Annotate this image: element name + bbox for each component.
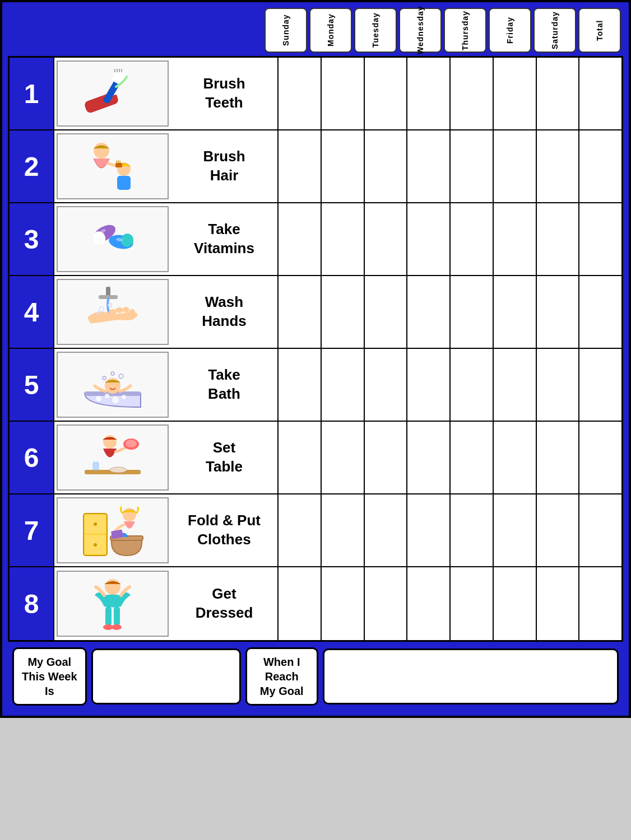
day-cell-row4-col6[interactable]: [494, 276, 537, 348]
chore-info-2: BrushHair: [54, 130, 279, 202]
day-cell-row5-col5[interactable]: [451, 349, 494, 421]
day-cells-row-3: [279, 203, 621, 275]
day-cell-row2-col6[interactable]: [494, 130, 537, 202]
day-cell-row1-col1[interactable]: [279, 58, 322, 129]
day-cell-row7-col3[interactable]: [365, 494, 408, 566]
day-cell-row2-col2[interactable]: [322, 130, 365, 202]
svg-point-59: [112, 624, 122, 630]
svg-point-36: [122, 395, 126, 399]
chore-image-1: [57, 60, 169, 127]
chore-row-5: 5 TakeBath: [10, 349, 621, 422]
day-cell-row8-col8[interactable]: [579, 567, 621, 640]
day-cell-row7-col5[interactable]: [451, 494, 494, 566]
day-cell-row4-col7[interactable]: [537, 276, 580, 348]
day-cell-row3-col1[interactable]: [279, 203, 322, 275]
day-cell-row1-col4[interactable]: [407, 58, 451, 129]
day-cell-row2-col4[interactable]: [407, 130, 451, 202]
svg-point-35: [112, 396, 119, 403]
day-cell-row2-col8[interactable]: [579, 130, 621, 202]
day-cell-row1-col6[interactable]: [494, 58, 537, 129]
svg-point-26: [115, 307, 123, 313]
day-cell-row2-col7[interactable]: [537, 130, 580, 202]
row-number-3: 3: [10, 203, 54, 275]
day-cell-row7-col1[interactable]: [279, 494, 322, 566]
day-cell-row8-col5[interactable]: [451, 567, 494, 640]
day-cell-row3-col7[interactable]: [537, 203, 580, 275]
day-cell-row1-col8[interactable]: [579, 58, 621, 129]
day-cell-row2-col3[interactable]: [365, 130, 408, 202]
svg-point-46: [110, 467, 127, 473]
goal-input-box[interactable]: [91, 648, 241, 704]
day-cell-row6-col2[interactable]: [322, 422, 365, 493]
svg-point-33: [96, 396, 101, 402]
day-cell-row4-col2[interactable]: [322, 276, 365, 348]
day-cell-row3-col6[interactable]: [494, 203, 537, 275]
day-cell-row7-col6[interactable]: [494, 494, 537, 566]
day-cell-row8-col6[interactable]: [494, 567, 537, 640]
chore-info-8: GetDressed: [54, 567, 279, 640]
chore-info-3: TakeVitamins: [54, 203, 279, 275]
day-cell-row6-col3[interactable]: [365, 422, 408, 493]
day-cell-row3-col2[interactable]: [322, 203, 365, 275]
chore-image-8: [57, 571, 169, 637]
day-cell-row7-col7[interactable]: [537, 494, 580, 566]
svg-point-38: [103, 376, 106, 380]
svg-point-34: [105, 394, 109, 398]
day-cell-row2-col5[interactable]: [451, 130, 494, 202]
day-cell-row5-col4[interactable]: [407, 349, 451, 421]
row-number-1: 1: [10, 58, 54, 129]
day-header-monday: Monday: [309, 8, 352, 53]
day-cells-row-7: [279, 494, 621, 566]
day-cell-row5-col8[interactable]: [579, 349, 621, 421]
day-cell-row6-col6[interactable]: [494, 422, 537, 493]
row-number-5: 5: [10, 349, 54, 421]
svg-rect-13: [115, 163, 122, 167]
day-cell-row1-col7[interactable]: [537, 58, 580, 129]
day-cell-row6-col4[interactable]: [407, 422, 451, 493]
day-cell-row3-col5[interactable]: [451, 203, 494, 275]
day-cell-row3-col3[interactable]: [365, 203, 408, 275]
day-cell-row5-col6[interactable]: [494, 349, 537, 421]
row-number-4: 4: [10, 276, 54, 348]
day-cell-row8-col2[interactable]: [322, 567, 365, 640]
day-cell-row7-col2[interactable]: [322, 494, 365, 566]
chore-name-5: TakeBath: [173, 366, 275, 404]
chore-row-6: 6 SetTable: [10, 422, 621, 494]
chore-name-6: SetTable: [173, 438, 275, 477]
day-cell-row4-col4[interactable]: [407, 276, 451, 348]
day-cell-row1-col2[interactable]: [322, 58, 365, 129]
reward-input-box[interactable]: [323, 648, 619, 704]
chore-name-1: BrushTeeth: [173, 74, 275, 113]
chore-table: 1 BrushTeeth2 BrushHair3: [8, 56, 623, 642]
svg-rect-11: [117, 176, 131, 190]
row-number-2: 2: [10, 130, 54, 202]
day-cell-row4-col5[interactable]: [451, 276, 494, 348]
day-cell-row4-col8[interactable]: [579, 276, 621, 348]
day-cell-row6-col8[interactable]: [579, 422, 621, 493]
day-cell-row8-col3[interactable]: [365, 567, 408, 640]
day-cell-row7-col4[interactable]: [407, 494, 451, 566]
chore-name-7: Fold & PutClothes: [173, 511, 275, 549]
day-cell-row8-col7[interactable]: [537, 567, 580, 640]
day-cell-row2-col1[interactable]: [279, 130, 322, 202]
day-cell-row6-col1[interactable]: [279, 422, 322, 493]
day-cell-row7-col8[interactable]: [579, 494, 621, 566]
day-cell-row6-col5[interactable]: [451, 422, 494, 493]
svg-point-29: [99, 307, 104, 311]
day-header-wednesday: Wednesday: [399, 8, 442, 53]
day-cell-row5-col3[interactable]: [365, 349, 408, 421]
day-cell-row5-col7[interactable]: [537, 349, 580, 421]
day-cell-row1-col5[interactable]: [451, 58, 494, 129]
day-cell-row3-col8[interactable]: [579, 203, 621, 275]
day-cell-row8-col1[interactable]: [279, 567, 322, 640]
svg-rect-45: [93, 462, 99, 470]
day-cells-row-4: [279, 276, 621, 348]
day-cell-row1-col3[interactable]: [365, 58, 408, 129]
day-cell-row5-col1[interactable]: [279, 349, 322, 421]
day-cell-row4-col1[interactable]: [279, 276, 322, 348]
day-cell-row4-col3[interactable]: [365, 276, 408, 348]
day-cell-row8-col4[interactable]: [407, 567, 451, 640]
day-cell-row3-col4[interactable]: [407, 203, 451, 275]
day-cell-row5-col2[interactable]: [322, 349, 365, 421]
day-cell-row6-col7[interactable]: [537, 422, 580, 493]
